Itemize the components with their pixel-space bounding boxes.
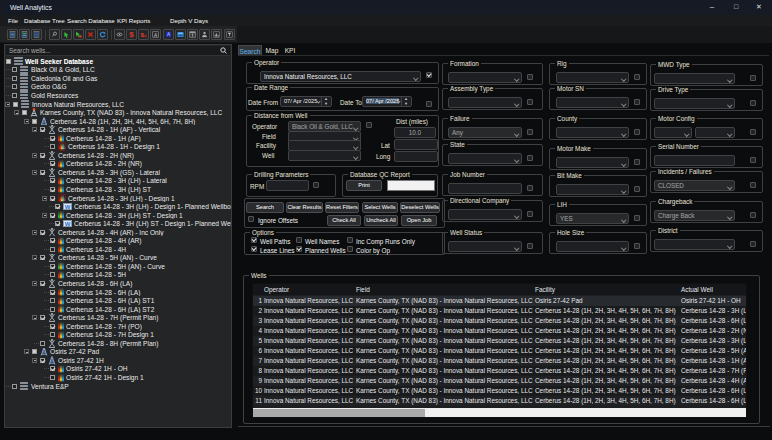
svg-text:A: A [154, 33, 158, 38]
svg-text:$: $ [141, 32, 145, 38]
